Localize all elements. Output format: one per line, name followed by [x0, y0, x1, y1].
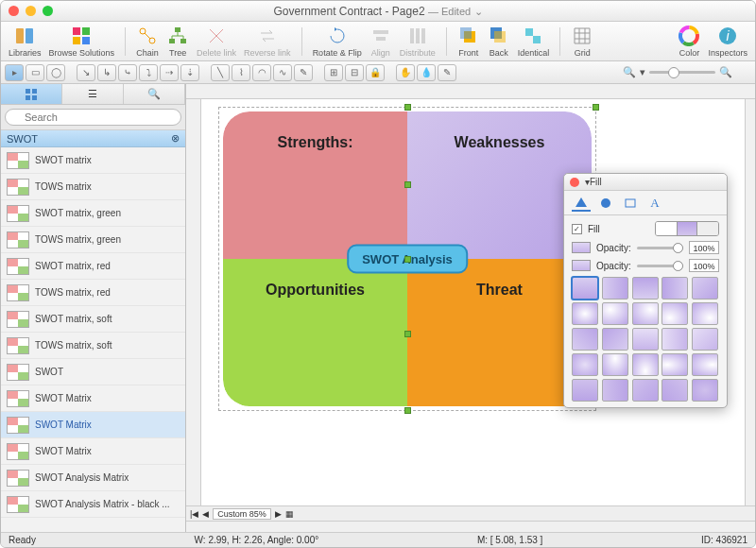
gradient-swatch[interactable] — [602, 353, 628, 376]
gradient-swatch[interactable] — [572, 379, 598, 402]
chevron-down-icon[interactable]: ▾ — [640, 66, 645, 78]
minimize-window-icon[interactable] — [26, 6, 36, 16]
text-tool[interactable]: ✎ — [438, 64, 456, 81]
front-button[interactable]: Front — [457, 25, 480, 58]
inspectors-button[interactable]: iInspectors — [708, 25, 747, 58]
back-button[interactable]: Back — [488, 25, 510, 58]
gradient-swatch[interactable] — [572, 353, 598, 376]
sidebar-item[interactable]: TOWS matrix — [1, 174, 185, 200]
sidebar-item[interactable]: SWOT matrix, green — [1, 200, 185, 227]
close-window-icon[interactable] — [9, 6, 19, 16]
sidebar-item[interactable]: SWOT Matrix — [1, 385, 185, 412]
zoom-window-icon[interactable] — [43, 6, 53, 16]
gradient-swatch[interactable] — [632, 379, 659, 402]
align-button[interactable]: Align — [369, 25, 392, 58]
sidebar-tab-search[interactable]: 🔍 — [124, 84, 185, 104]
gradient-swatch[interactable] — [602, 302, 628, 325]
panel-close-icon[interactable] — [570, 178, 579, 187]
shadow-tab-icon[interactable] — [596, 195, 615, 212]
connector-tool-3[interactable]: ⤷ — [118, 64, 137, 81]
color-swatch-1[interactable] — [572, 242, 591, 253]
group-tool[interactable]: ⊞ — [324, 64, 343, 81]
grid-button[interactable]: Grid — [571, 25, 593, 58]
gradient-swatch[interactable] — [692, 353, 718, 376]
prev-page-icon[interactable]: ◀ — [202, 509, 209, 519]
gradient-swatch[interactable] — [572, 302, 598, 325]
chain-button[interactable]: Chain — [136, 25, 159, 58]
gradient-swatch[interactable] — [662, 353, 688, 376]
ellipse-tool[interactable]: ◯ — [46, 64, 65, 81]
rotate-flip-button[interactable]: Rotate & Flip — [313, 25, 362, 58]
gradient-swatch[interactable] — [662, 379, 688, 402]
connector-tool-6[interactable]: ⇣ — [180, 64, 199, 81]
sidebar-tab-list[interactable]: ☰ — [62, 84, 124, 104]
collapse-icon[interactable]: ⊗ — [171, 132, 180, 145]
connector-tool-5[interactable]: ⇢ — [160, 64, 179, 81]
sidebar-item[interactable]: SWOT Analysis Matrix - black ... — [1, 491, 185, 518]
distribute-button[interactable]: Distribute — [400, 25, 436, 58]
connector-tool-2[interactable]: ↳ — [97, 64, 116, 81]
opacity-slider-1[interactable] — [637, 247, 683, 249]
gradient-swatch[interactable] — [692, 328, 718, 351]
polyline-tool[interactable]: ⌇ — [232, 64, 250, 81]
next-page-icon[interactable]: ▶ — [275, 509, 282, 519]
panel-titlebar[interactable]: ▾ Fill — [564, 174, 727, 191]
sidebar-group-header[interactable]: SWOT ⊗ — [1, 130, 185, 147]
selection-handle[interactable] — [593, 104, 599, 111]
fill-tab-icon[interactable] — [572, 195, 591, 212]
pattern-mode[interactable] — [697, 222, 718, 235]
gradient-swatch[interactable] — [662, 277, 688, 300]
fill-mode-segmented[interactable] — [655, 221, 719, 236]
quadrant-opportunities[interactable]: Opportunities — [223, 259, 407, 406]
gradient-swatch[interactable] — [602, 328, 628, 351]
pen-tool[interactable]: ✎ — [294, 64, 313, 81]
zoom-slider[interactable] — [649, 71, 715, 74]
text-tab-icon[interactable]: A — [645, 195, 664, 212]
connector-tool-1[interactable]: ↘ — [77, 64, 95, 81]
vertical-scrollbar[interactable] — [745, 99, 755, 505]
zoom-in-icon[interactable]: 🔍 — [719, 66, 732, 78]
gradient-swatch[interactable] — [662, 328, 688, 351]
tree-button[interactable]: Tree — [166, 25, 189, 58]
first-page-icon[interactable]: |◀ — [190, 509, 198, 519]
browse-solutions-button[interactable]: Browse Solutions — [49, 25, 115, 58]
quadrant-strengths[interactable]: Strengths: — [223, 111, 407, 259]
rect-tool[interactable]: ▭ — [26, 64, 44, 81]
sidebar-tab-library[interactable] — [1, 84, 62, 104]
fill-panel[interactable]: ▾ Fill A ✓ Fill — [563, 173, 728, 408]
title-dropdown-icon[interactable]: ⌄ — [474, 6, 483, 17]
gradient-swatch[interactable] — [692, 277, 718, 300]
sidebar-item[interactable]: SWOT Matrix — [1, 412, 185, 438]
ungroup-tool[interactable]: ⊟ — [345, 64, 364, 81]
horizontal-scrollbar[interactable] — [186, 521, 755, 532]
sidebar-item[interactable]: SWOT Matrix — [1, 438, 185, 465]
zoom-out-icon[interactable]: 🔍 — [623, 66, 636, 78]
gradient-swatch[interactable] — [632, 328, 659, 351]
gradient-mode[interactable] — [677, 222, 697, 235]
opacity-value-1[interactable]: 100% — [689, 241, 719, 254]
gradient-swatch[interactable] — [692, 302, 718, 325]
opacity-slider-2[interactable] — [637, 265, 683, 267]
view-mode-icon[interactable]: ▦ — [285, 509, 294, 519]
zoom-label[interactable]: Custom 85% — [213, 508, 271, 520]
gradient-swatch[interactable] — [632, 302, 659, 325]
opacity-value-2[interactable]: 100% — [689, 259, 719, 272]
selection-handle[interactable] — [404, 104, 411, 111]
sidebar-item[interactable]: TOWS matrix, green — [1, 227, 185, 253]
gradient-swatch[interactable] — [632, 353, 659, 376]
gradient-swatch[interactable] — [692, 379, 718, 402]
eyedrop-tool[interactable]: 💧 — [417, 64, 436, 81]
color-swatch-2[interactable] — [572, 260, 591, 271]
curve-tool[interactable]: ∿ — [273, 64, 292, 81]
sidebar-item[interactable]: TOWS matrix, red — [1, 280, 185, 306]
gradient-swatch[interactable] — [632, 277, 659, 300]
connector-tool-4[interactable]: ⤵ — [139, 64, 158, 81]
gradient-swatch[interactable] — [602, 277, 628, 300]
line-tool[interactable]: ╲ — [211, 64, 230, 81]
arc-tool[interactable]: ◠ — [252, 64, 271, 81]
color-button[interactable]: Color — [678, 25, 700, 58]
selection-handle[interactable] — [404, 256, 411, 263]
canvas[interactable]: Strengths: Weaknesses Opportunities Thre… — [201, 99, 745, 505]
selection-handle[interactable] — [404, 181, 411, 188]
sidebar-item[interactable]: SWOT matrix, soft — [1, 306, 185, 333]
